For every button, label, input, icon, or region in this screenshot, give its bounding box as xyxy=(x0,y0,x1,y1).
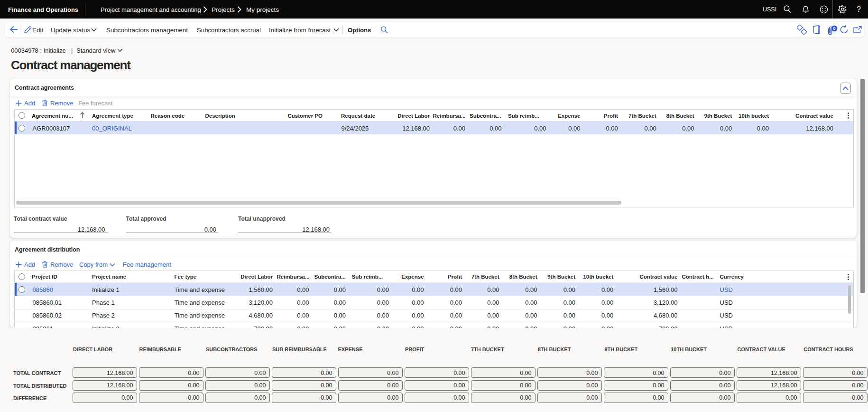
svg-text:0: 0 xyxy=(833,26,835,31)
